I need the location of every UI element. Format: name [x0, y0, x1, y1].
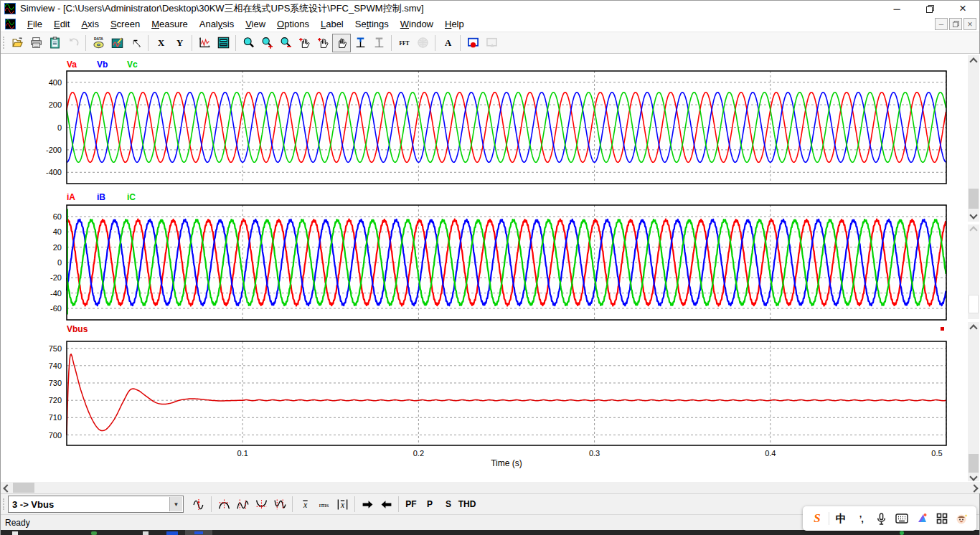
curve-selector[interactable]: 3 -> Vbus ▼: [8, 496, 184, 513]
windows-taskbar[interactable]: [1, 530, 979, 535]
scroll-down-icon[interactable]: [969, 473, 977, 480]
add-screen-button[interactable]: [214, 34, 232, 52]
select-pointer-button[interactable]: [126, 34, 145, 52]
ime-toolbar: S 中 ’,: [803, 506, 976, 531]
menu-settings[interactable]: Settings: [349, 17, 395, 31]
taskbar-tray-icon[interactable]: [900, 531, 904, 535]
divider: [292, 496, 293, 512]
menu-screen[interactable]: Screen: [105, 17, 146, 31]
thd-button[interactable]: THD: [458, 495, 476, 513]
measure-label-button: [369, 34, 388, 52]
menu-options[interactable]: Options: [271, 17, 315, 31]
scroll-thumb[interactable]: [13, 483, 34, 493]
zoom-button[interactable]: [239, 34, 258, 52]
view-data-button[interactable]: DATA: [89, 34, 108, 52]
open-button[interactable]: [8, 34, 27, 52]
ime-keyboard-icon[interactable]: [893, 510, 910, 527]
pan-y-button[interactable]: [314, 34, 332, 52]
menu-file[interactable]: File: [22, 17, 48, 31]
abs-mean-button[interactable]: x: [333, 495, 352, 513]
menu-measure[interactable]: Measure: [146, 17, 194, 31]
mdi-restore-button[interactable]: [949, 18, 962, 30]
next-point-left-button[interactable]: [377, 495, 395, 513]
sogou-logo[interactable]: S: [809, 510, 826, 527]
divider: [235, 35, 236, 51]
taskbar-active-app[interactable]: [185, 530, 212, 535]
restore-button[interactable]: [913, 1, 946, 16]
series-label-ib[interactable]: iB: [97, 192, 105, 202]
horizontal-scrollbar[interactable]: [1, 482, 980, 493]
menu-window[interactable]: Window: [395, 17, 439, 31]
menu-view[interactable]: View: [240, 17, 271, 31]
find-min-button[interactable]: [252, 495, 270, 513]
taskbar-icon[interactable]: [12, 531, 18, 535]
find-next-max-button[interactable]: [233, 495, 252, 513]
scroll-up-icon[interactable]: [969, 57, 977, 65]
divider: [829, 512, 829, 525]
taskbar-icon[interactable]: [143, 531, 149, 535]
menu-help[interactable]: Help: [439, 17, 470, 31]
series-label-ic[interactable]: iC: [127, 192, 136, 202]
vertical-scrollbar-3[interactable]: [968, 322, 979, 481]
real-power-button[interactable]: P: [420, 495, 439, 513]
fft-button[interactable]: FFT: [395, 34, 413, 52]
measure-probe-button[interactable]: [351, 34, 369, 52]
taskbar-icon[interactable]: [91, 531, 97, 535]
menu-label[interactable]: Label: [315, 17, 349, 31]
ime-mode-chinese[interactable]: 中: [832, 510, 849, 527]
find-max-button[interactable]: [215, 495, 233, 513]
minimize-button[interactable]: ─: [880, 1, 913, 16]
series-label-vbus[interactable]: Vbus: [67, 324, 88, 334]
pan-x-button[interactable]: [295, 34, 314, 52]
zoom-out-button[interactable]: [276, 34, 295, 52]
apparent-power-button[interactable]: S: [439, 495, 458, 513]
measure-cursor-button[interactable]: [189, 495, 208, 513]
scroll-thumb[interactable]: [969, 295, 979, 313]
series-label-ia[interactable]: iA: [67, 192, 75, 202]
find-next-min-button[interactable]: [270, 495, 289, 513]
ime-mic-icon[interactable]: [872, 510, 890, 527]
simview-app-icon: [4, 3, 16, 14]
vertical-scrollbar-2[interactable]: [968, 224, 979, 319]
mdi-close-button[interactable]: ×: [963, 18, 976, 30]
close-button[interactable]: ×: [946, 1, 979, 16]
redraw-button[interactable]: [195, 34, 214, 52]
x-axis-button[interactable]: X: [151, 34, 170, 52]
scroll-thumb[interactable]: [969, 454, 979, 473]
power-factor-button[interactable]: PF: [402, 495, 420, 513]
ime-punctuation-icon[interactable]: ’,: [852, 510, 870, 527]
scroll-thumb[interactable]: [969, 189, 979, 209]
scroll-down-icon[interactable]: [969, 211, 977, 219]
zoom-in-button[interactable]: [258, 34, 276, 52]
scroll-left-icon[interactable]: [3, 484, 11, 492]
plot-screen-3[interactable]: [67, 341, 946, 445]
ime-toolbox-icon[interactable]: [933, 510, 951, 527]
series-label-va[interactable]: Va: [67, 60, 77, 70]
text-label-button[interactable]: A: [438, 34, 457, 52]
ime-skin-icon[interactable]: [913, 510, 930, 527]
chevron-down-icon[interactable]: ▼: [169, 497, 182, 511]
y-axis-button[interactable]: Y: [170, 34, 189, 52]
mean-button[interactable]: x: [296, 495, 314, 513]
menu-edit[interactable]: Edit: [48, 17, 75, 31]
print-button[interactable]: [27, 34, 45, 52]
rms-button[interactable]: rms: [314, 495, 333, 513]
scroll-right-icon[interactable]: [970, 484, 978, 492]
taskbar-icon[interactable]: [166, 531, 178, 535]
menu-axis[interactable]: Axis: [75, 17, 105, 31]
pan-button[interactable]: [332, 34, 351, 52]
next-point-right-button[interactable]: [358, 495, 377, 513]
scroll-up-icon[interactable]: [969, 226, 977, 234]
series-label-vc[interactable]: Vc: [127, 60, 138, 70]
vertical-scrollbar-1[interactable]: [968, 55, 979, 222]
ime-emoji-icon[interactable]: [953, 510, 971, 527]
add-curve-button[interactable]: [108, 34, 126, 52]
series-label-vb[interactable]: Vb: [97, 60, 108, 70]
svg-text:x: x: [339, 501, 344, 510]
record-screen-button[interactable]: [463, 34, 482, 52]
mdi-minimize-button[interactable]: ─: [935, 18, 948, 30]
menu-analysis[interactable]: Analysis: [194, 17, 240, 31]
divider: [148, 35, 149, 51]
scroll-up-icon[interactable]: [969, 324, 977, 332]
copy-clipboard-button[interactable]: [45, 34, 64, 52]
